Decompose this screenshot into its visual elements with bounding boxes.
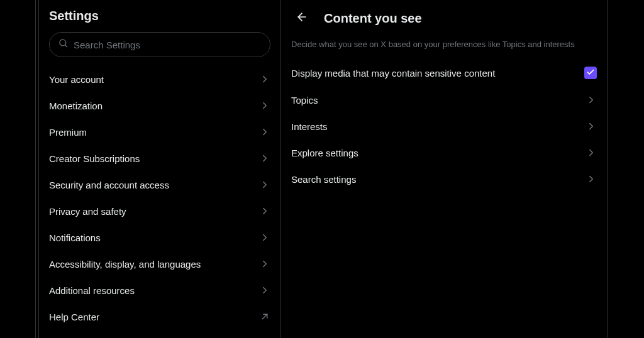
search-input[interactable] [74,40,261,50]
nav-your-account[interactable]: Your account [39,66,280,92]
nav-security-access[interactable]: Security and account access [39,172,280,198]
nav-label: Accessibility, display, and languages [49,259,201,270]
nav-label: Additional resources [49,285,135,296]
row-explore-settings[interactable]: Explore settings [281,139,607,166]
row-label: Topics [291,95,318,106]
left-rail [0,0,35,338]
nav-label: Monetization [49,101,103,111]
right-gap [608,0,644,338]
row-label: Explore settings [291,148,358,158]
nav-additional-resources[interactable]: Additional resources [39,277,280,303]
settings-nav: Your account Monetization Premium Creato… [39,66,280,330]
search-box[interactable] [49,32,270,57]
chevron-right-icon [259,285,270,296]
settings-pane: Settings Your account Monetization Premi… [39,0,281,338]
content-title: Content you see [324,11,422,26]
nav-label: Notifications [49,232,101,243]
row-topics[interactable]: Topics [281,87,607,113]
check-icon [586,68,595,79]
app-shell: Settings Your account Monetization Premi… [0,0,644,338]
chevron-right-icon [259,153,270,164]
row-label: Search settings [291,174,356,185]
back-button[interactable] [291,8,313,29]
nav-premium[interactable]: Premium [39,119,280,145]
nav-label: Premium [49,127,87,138]
row-sensitive-media-toggle[interactable]: Display media that may contain sensitive… [281,59,607,87]
nav-privacy-safety[interactable]: Privacy and safety [39,198,280,224]
chevron-right-icon [259,179,270,190]
search-icon [58,38,74,51]
checkbox-checked[interactable] [584,67,597,79]
svg-line-0 [262,314,267,319]
nav-notifications[interactable]: Notifications [39,224,280,251]
content-description: Decide what you see on X based on your p… [281,35,607,59]
chevron-right-icon [259,205,270,217]
nav-creator-subscriptions[interactable]: Creator Subscriptions [39,145,280,172]
nav-label: Help Center [49,312,99,322]
chevron-right-icon [586,94,597,106]
chevron-right-icon [259,232,270,243]
nav-accessibility-display[interactable]: Accessibility, display, and languages [39,251,280,277]
search-wrap [39,30,280,66]
row-label: Display media that may contain sensitive… [291,68,495,79]
nav-label: Your account [49,74,104,85]
chevron-right-icon [586,147,597,158]
chevron-right-icon [259,74,270,85]
content-header: Content you see [281,5,607,35]
content-pane: Content you see Decide what you see on X… [281,0,608,338]
chevron-right-icon [259,100,270,111]
row-label: Interests [291,121,328,132]
chevron-right-icon [259,258,270,270]
chevron-right-icon [259,126,270,138]
settings-title: Settings [39,6,280,30]
row-interests[interactable]: Interests [281,113,607,139]
chevron-right-icon [586,173,597,185]
nav-label: Security and account access [49,180,169,190]
nav-label: Privacy and safety [49,206,126,217]
external-link-icon [259,311,270,322]
nav-monetization[interactable]: Monetization [39,92,280,119]
arrow-left-icon [296,11,308,26]
chevron-right-icon [586,121,597,132]
row-search-settings[interactable]: Search settings [281,166,607,192]
nav-label: Creator Subscriptions [49,153,140,164]
nav-help-center[interactable]: Help Center [39,303,280,330]
